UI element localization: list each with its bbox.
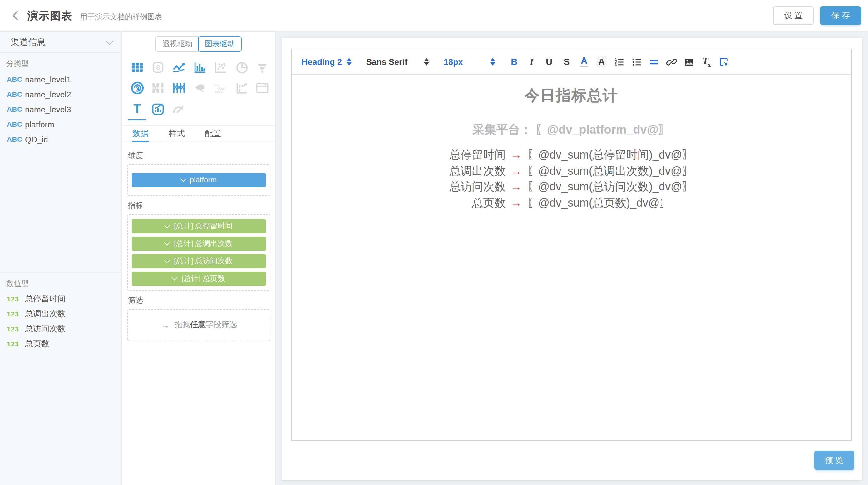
chevron-down-icon: [164, 239, 170, 246]
number-type-icon: 123: [7, 325, 21, 333]
arrow-right-icon: →: [505, 149, 527, 161]
save-button[interactable]: 保 存: [820, 6, 861, 25]
italic-button[interactable]: I: [523, 54, 540, 70]
string-type-icon: ABC: [7, 105, 21, 113]
field-label: platform: [25, 120, 54, 129]
field-label: 总访问次数: [25, 323, 66, 334]
metric-pill-total-callout-count[interactable]: [总计] 总调出次数: [132, 236, 266, 251]
field-name-level1[interactable]: ABC name_level1: [0, 72, 121, 87]
svg-text:3: 3: [615, 63, 617, 66]
chart-type-sankey-icon[interactable]: [148, 78, 168, 99]
heading-select[interactable]: Heading 2: [302, 57, 351, 66]
tab-style[interactable]: 样式: [168, 126, 185, 142]
chart-type-pie-icon[interactable]: [231, 57, 252, 78]
field-label: 总页数: [25, 338, 49, 350]
metrics-label: 指标: [128, 200, 270, 211]
align-center-button[interactable]: [645, 54, 663, 70]
chart-type-metric-card-icon[interactable]: [148, 99, 168, 120]
chart-type-combo-icon[interactable]: [231, 78, 252, 99]
metric-pill-total-visit-count[interactable]: [总计] 总访问次数: [132, 254, 266, 268]
arrow-right-icon: →: [505, 196, 527, 209]
font-size-select[interactable]: 18px: [444, 57, 496, 66]
doc-platform-label: 采集平台：: [472, 123, 532, 136]
ordered-list-button[interactable]: 123: [611, 54, 628, 70]
font-family-select[interactable]: Sans Serif: [366, 57, 429, 66]
underline-button[interactable]: U: [540, 54, 558, 70]
highlight-color-button[interactable]: A: [593, 54, 611, 70]
insert-variable-button[interactable]: [715, 54, 733, 70]
chart-type-text-icon[interactable]: T: [127, 99, 148, 120]
field-platform[interactable]: ABC platform: [0, 117, 121, 132]
field-label: name_level3: [25, 104, 71, 114]
chevron-down-icon: [164, 257, 170, 263]
chart-type-funnel-icon[interactable]: [252, 57, 273, 78]
filter-hint: 字段筛选: [206, 320, 237, 330]
category-fields-section: 分类型 ABC name_level1 ABC name_level2 ABC …: [0, 53, 121, 272]
number-type-icon: 123: [7, 310, 21, 318]
bold-button[interactable]: B: [505, 54, 523, 70]
insert-image-button[interactable]: [680, 54, 698, 70]
metric-line-variable: 〖@dv_sum(总停留时间)_dv@〗: [527, 149, 693, 161]
settings-button[interactable]: 设 置: [773, 6, 814, 25]
chart-type-line-chart-icon[interactable]: [168, 57, 189, 78]
pill-label: [总计] 总访问次数: [174, 256, 232, 266]
field-qd-id[interactable]: ABC QD_id: [0, 132, 121, 147]
chart-type-china-map-icon[interactable]: [189, 78, 210, 99]
metric-line-label: 总调出次数: [449, 164, 505, 177]
field-total-callout-count[interactable]: 123 总调出次数: [0, 306, 121, 321]
metric-line-variable: 〖@dv_sum(总访问次数)_dv@〗: [527, 181, 693, 193]
dimension-dropzone[interactable]: platform: [127, 164, 270, 196]
doc-platform-variable: 〖@dv_platform_dv@〗: [535, 123, 670, 136]
field-total-stay-time[interactable]: 123 总停留时间: [0, 291, 121, 306]
chevron-down-icon: [105, 37, 113, 45]
rich-text-editor: Heading 2 Sans Serif 18px B I: [291, 49, 852, 441]
dimension-pill-platform[interactable]: platform: [132, 172, 266, 187]
chart-type-parallel-icon[interactable]: [168, 78, 189, 99]
card-footer: 预 览: [282, 441, 862, 480]
chart-type-iframe-icon[interactable]: [252, 78, 273, 99]
chart-type-counter-icon[interactable]: 8: [148, 57, 168, 78]
bullet-list-button[interactable]: [628, 54, 645, 70]
chart-type-table-icon[interactable]: [127, 57, 148, 78]
tab-data[interactable]: 数据: [132, 126, 149, 142]
svg-text:cloud: cloud: [218, 87, 226, 91]
pill-label: [总计] 总停留时间: [174, 221, 232, 231]
chart-type-bar-chart-icon[interactable]: [189, 57, 210, 78]
editor-content[interactable]: 今日指标总计 采集平台： 〖@dv_platform_dv@〗 总停留时间→〖@…: [291, 75, 851, 440]
chevron-down-icon: [164, 222, 170, 228]
metric-pill-total-stay-time[interactable]: [总计] 总停留时间: [132, 219, 266, 233]
filter-dropzone[interactable]: → 拖拽任意字段筛选: [127, 309, 270, 341]
numeric-fields-section: 数值型 123 总停留时间 123 总调出次数 123 总访问次数 123 总页…: [0, 272, 121, 351]
chart-type-scatter-icon[interactable]: [210, 57, 231, 78]
font-size-value: 18px: [444, 57, 463, 66]
dataset-sidebar: 渠道信息 分类型 ABC name_level1 ABC name_level2…: [0, 32, 122, 485]
clear-format-x: x: [708, 61, 711, 68]
svg-text:agile Bi: agile Bi: [215, 91, 223, 94]
data-tab-body: 维度 platform 指标 [总计] 总停留时间 [总计] 总调出: [122, 142, 275, 485]
back-button[interactable]: [9, 9, 23, 23]
section-label-category: 分类型: [0, 59, 121, 69]
clear-format-button[interactable]: Tx: [698, 54, 715, 70]
mode-chart-button[interactable]: 图表驱动: [198, 36, 242, 52]
chart-type-gauge-icon[interactable]: [168, 99, 189, 120]
metrics-dropzone[interactable]: [总计] 总停留时间 [总计] 总调出次数 [总计] 总访问次数 [总计] 总页…: [127, 214, 270, 291]
field-total-pages[interactable]: 123 总页数: [0, 336, 121, 351]
doc-metric-lines: 总停留时间→〖@dv_sum(总停留时间)_dv@〗 总调出次数→〖@dv_su…: [291, 147, 851, 211]
metric-line-label: 总访问次数: [449, 181, 505, 193]
chart-type-radar-icon[interactable]: [127, 78, 148, 99]
pill-label: platform: [190, 175, 217, 184]
tab-config[interactable]: 配置: [205, 126, 221, 142]
dataset-selector[interactable]: 渠道信息: [0, 32, 121, 53]
preview-button[interactable]: 预 览: [814, 451, 854, 470]
number-type-icon: 123: [7, 340, 21, 348]
text-color-button[interactable]: A: [576, 54, 593, 70]
field-name-level2[interactable]: ABC name_level2: [0, 87, 121, 102]
filter-hint-bold: 任意: [190, 320, 206, 330]
mode-pivot-button[interactable]: 透视驱动: [155, 36, 198, 52]
metric-pill-total-pages[interactable]: [总计] 总页数: [132, 271, 266, 286]
link-button[interactable]: [663, 54, 680, 70]
strikethrough-button[interactable]: S: [558, 54, 576, 70]
field-name-level3[interactable]: ABC name_level3: [0, 102, 121, 117]
chart-type-word-cloud-icon[interactable]: wordcloudagile Bi: [210, 78, 231, 99]
field-total-visit-count[interactable]: 123 总访问次数: [0, 321, 121, 336]
